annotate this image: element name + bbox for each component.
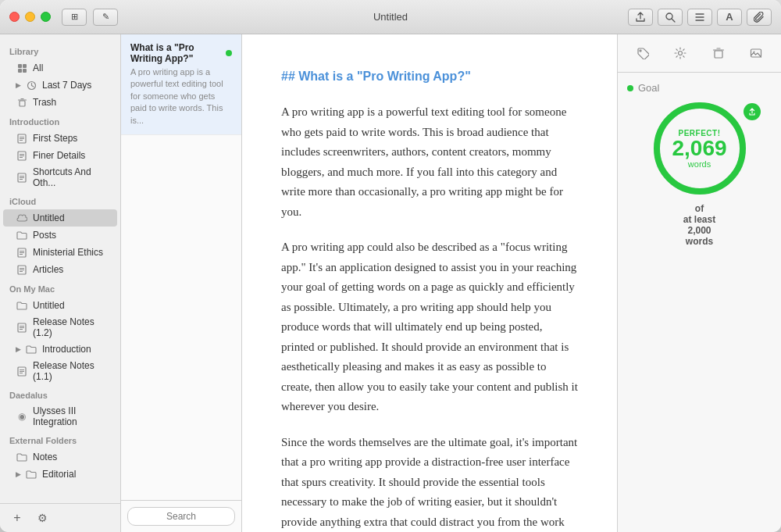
sidebar-item-ministerial-label: Ministerial Ethics xyxy=(33,247,103,258)
editor-paragraph-3: Since the words themselves are the ultim… xyxy=(281,433,578,532)
at-least-label: at least xyxy=(683,214,715,225)
edit-button[interactable]: ✎ xyxy=(93,9,118,26)
sidebar-item-last7[interactable]: ▶ Last 7 Days xyxy=(3,77,117,94)
sidebar-item-introduction-mac[interactable]: ▶ Introduction xyxy=(3,341,117,358)
stats-content: Goal PERFECT! 2,069 words xyxy=(618,73,781,532)
icloud-icon xyxy=(16,212,28,224)
folder-icon-posts xyxy=(16,229,28,241)
svg-rect-5 xyxy=(18,64,22,68)
settings-stats-button[interactable] xyxy=(669,42,691,64)
goal-sublabel: of at least 2,000 words xyxy=(627,203,772,247)
external-section-label: External Folders xyxy=(0,430,120,448)
sidebar-item-trash[interactable]: Trash xyxy=(3,94,117,111)
sidebar-item-mac-untitled[interactable]: Untitled xyxy=(3,297,117,314)
all-icon xyxy=(16,62,28,74)
sidebar-item-ministerial[interactable]: Ministerial Ethics xyxy=(3,244,117,261)
circle-text: PERFECT! 2,069 words xyxy=(672,129,726,169)
font-button[interactable]: A xyxy=(717,9,742,26)
image-stats-button[interactable] xyxy=(745,42,767,64)
sheet-preview: A pro writing app is a powerful text edi… xyxy=(130,66,232,127)
tag-button[interactable] xyxy=(632,42,654,64)
svg-rect-44 xyxy=(715,51,722,58)
image-icon xyxy=(750,47,762,59)
sheet-dot xyxy=(226,50,232,56)
tag-icon xyxy=(637,47,649,59)
sidebar-item-editorial[interactable]: ▶ Editorial xyxy=(3,466,117,483)
list-icon xyxy=(694,12,705,23)
circle-share-icon xyxy=(748,108,756,116)
sidebar-item-last7-label: Last 7 Days xyxy=(42,80,91,91)
introduction-section-label: Introduction xyxy=(0,111,120,130)
list-view-button[interactable] xyxy=(687,9,712,26)
maximize-button[interactable] xyxy=(41,12,51,22)
titlebar: ⊞ ✎ Untitled xyxy=(0,0,781,34)
editor-heading1: ## What is a "Pro Writing App?" xyxy=(281,66,578,87)
sidebar-scroll: Library All ▶ Last 7 Days xyxy=(0,34,120,503)
share-button[interactable] xyxy=(628,9,653,26)
doc-icon-release11 xyxy=(16,365,28,377)
titlebar-right-controls: A xyxy=(628,9,772,26)
sidebar-item-release-notes-11[interactable]: Release Notes (1.1) xyxy=(3,358,117,384)
delete-stats-button[interactable] xyxy=(708,42,729,64)
sidebar-item-editorial-label: Editorial xyxy=(42,469,76,480)
sheet-list: What is a "Pro Writing App?" A pro writi… xyxy=(121,34,242,532)
search-input[interactable] xyxy=(127,507,235,526)
sidebar-item-release-notes-12[interactable]: Release Notes (1.2) xyxy=(3,314,117,341)
sheet-item-pro-writing[interactable]: What is a "Pro Writing App?" A pro writi… xyxy=(121,34,241,135)
sidebar-item-shortcuts[interactable]: Shortcuts And Oth... xyxy=(3,164,117,191)
sidebar-item-articles[interactable]: Articles xyxy=(3,261,117,278)
search-button[interactable] xyxy=(658,9,683,26)
sidebar-item-intro-mac-label: Introduction xyxy=(42,344,91,355)
target-count: 2,000 xyxy=(687,225,711,236)
sidebar-item-posts[interactable]: Posts xyxy=(3,227,117,244)
of-label: of xyxy=(695,203,704,214)
sidebar-item-release12-label: Release Notes (1.2) xyxy=(33,316,111,338)
goal-section: Goal PERFECT! 2,069 words xyxy=(627,82,772,247)
svg-line-1 xyxy=(672,19,675,22)
svg-point-43 xyxy=(679,52,683,55)
editor-paragraph-1: A pro writing app is a powerful text edi… xyxy=(281,102,578,222)
editor[interactable]: ## What is a "Pro Writing App?" A pro wr… xyxy=(242,34,617,532)
sidebar: Library All ▶ Last 7 Days xyxy=(0,34,121,532)
sidebar-item-ulysses[interactable]: ◉ Ulysses III Integration xyxy=(3,403,117,430)
circle-share-button[interactable] xyxy=(744,103,761,120)
sidebar-item-first-steps[interactable]: First Steps xyxy=(3,130,117,147)
share-icon xyxy=(635,12,646,23)
trash-stats-icon xyxy=(712,47,725,59)
expand-arrow-last7: ▶ xyxy=(16,81,23,89)
search-icon xyxy=(665,12,676,23)
sheet-list-footer xyxy=(121,500,241,532)
sidebar-item-trash-label: Trash xyxy=(33,97,56,108)
target-label: words xyxy=(686,236,713,247)
last7-icon xyxy=(25,79,37,91)
svg-rect-8 xyxy=(23,69,27,73)
sidebar-item-shortcuts-label: Shortcuts And Oth... xyxy=(33,166,111,188)
ulysses-icon: ◉ xyxy=(16,410,28,423)
stats-toolbar xyxy=(618,34,781,73)
doc-icon-shortcuts xyxy=(16,171,28,184)
minimize-button[interactable] xyxy=(25,12,35,22)
doc-icon-articles xyxy=(16,263,28,276)
goal-dot xyxy=(627,85,633,91)
svg-rect-7 xyxy=(18,69,22,73)
sidebar-item-finer-details[interactable]: Finer Details xyxy=(3,147,117,164)
add-button[interactable]: + xyxy=(8,510,27,526)
edit-icon: ✎ xyxy=(102,12,109,22)
sidebar-item-articles-label: Articles xyxy=(33,264,63,275)
attach-button[interactable] xyxy=(747,9,772,26)
sidebar-item-untitled-icloud[interactable]: Untitled xyxy=(3,209,117,227)
doc-icon-release12 xyxy=(16,321,28,334)
folder-icon-intro xyxy=(25,343,37,355)
trash-icon xyxy=(16,96,28,109)
sidebar-item-all[interactable]: All xyxy=(3,59,117,77)
sidebar-item-notes[interactable]: Notes xyxy=(3,448,117,466)
sidebar-toggle-button[interactable]: ⊞ xyxy=(62,9,87,26)
settings-button[interactable]: ⚙ xyxy=(33,510,52,526)
icloud-section-label: iCloud xyxy=(0,191,120,209)
folder-icon-notes xyxy=(16,451,28,463)
sidebar-item-posts-label: Posts xyxy=(33,230,56,241)
svg-line-11 xyxy=(31,85,34,87)
sidebar-item-notes-label: Notes xyxy=(33,452,57,462)
close-button[interactable] xyxy=(9,12,20,22)
sidebar-item-finer-details-label: Finer Details xyxy=(33,150,85,161)
